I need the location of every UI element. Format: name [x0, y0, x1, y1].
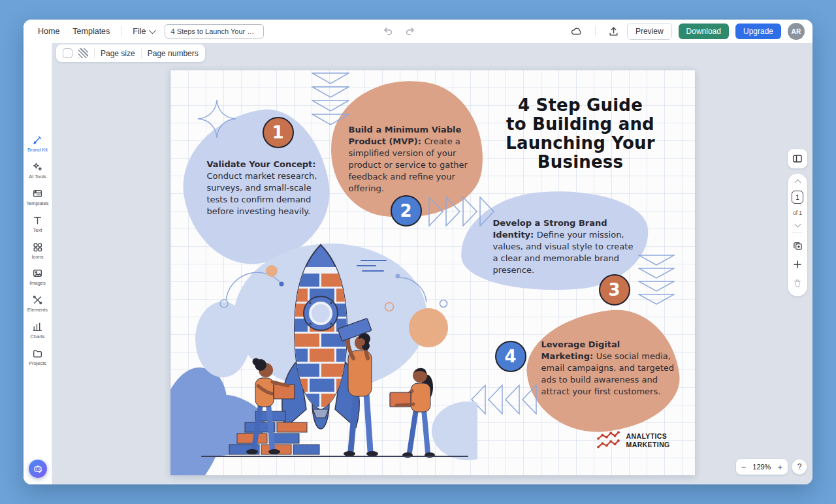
zoom-out-button[interactable]: − [741, 462, 747, 472]
zoom-level[interactable]: 129% [752, 463, 771, 471]
sidebar-item-label: Elements [27, 307, 48, 313]
sidebar-item-label: Projects [29, 361, 46, 366]
sidebar-item-projects[interactable]: Projects [24, 344, 52, 371]
sidebar-item-label: Icons [32, 255, 44, 260]
file-menu[interactable]: File [127, 27, 159, 36]
image-icon [32, 268, 43, 279]
page-navigation: 1 of 1 [788, 174, 807, 296]
help-button[interactable]: ? [792, 459, 807, 475]
templates-icon [32, 188, 43, 199]
bar-chart-icon [32, 321, 43, 332]
triangle-group-top [312, 72, 349, 125]
undo-button[interactable] [381, 25, 394, 38]
infographic-title[interactable]: 4 Step Guide to Building and Launching Y… [463, 96, 695, 172]
ai-assistant-button[interactable] [29, 460, 47, 478]
sidebar-item-label: Templates [26, 201, 48, 206]
panel-toggle-button[interactable] [788, 149, 807, 168]
sidebar-item-label: Brand Kit [27, 148, 48, 153]
folder-icon [32, 348, 43, 359]
triangle-group-step3 [638, 255, 675, 305]
step-4-badge[interactable]: 4 [495, 341, 526, 372]
step-4-text[interactable]: Leverage Digital Marketing: Use social m… [541, 339, 675, 398]
sidebar-item-elements[interactable]: Elements [24, 291, 52, 317]
divider [121, 26, 122, 37]
shapes-icon [32, 242, 43, 253]
sidebar-item-templates[interactable]: Templates [24, 184, 52, 211]
divider [94, 48, 95, 58]
title-line: Business [463, 153, 695, 172]
page-of-label: of 1 [793, 210, 802, 216]
nav-home[interactable]: Home [31, 27, 66, 36]
context-toolbar: Page size Page numbers [56, 44, 205, 62]
triangle-group-step2 [428, 197, 494, 227]
sparkles-icon [32, 161, 43, 172]
share-upload-button[interactable] [607, 25, 620, 38]
nav-templates[interactable]: Templates [66, 27, 116, 36]
text-icon [32, 215, 43, 226]
sidebar-item-text[interactable]: Text [24, 211, 52, 238]
step-body: Conduct market research, surveys, and sm… [207, 171, 317, 216]
page-numbers-button[interactable]: Page numbers [148, 49, 199, 58]
sidebar-item-label: Text [33, 228, 42, 233]
app-window: Home Templates File [24, 20, 812, 484]
preview-button[interactable]: Preview [627, 23, 672, 40]
background-checkbox[interactable] [63, 48, 72, 58]
page-down-button[interactable] [794, 221, 801, 228]
sparkle-shape [197, 99, 237, 142]
upgrade-button[interactable]: Upgrade [735, 24, 781, 39]
title-line: 4 Step Guide [463, 96, 695, 115]
left-sidebar: Brand Kit AI Tools Templates Text [24, 43, 52, 484]
redo-button[interactable] [404, 25, 417, 38]
zoom-in-button[interactable]: + [777, 462, 782, 472]
topbar: Home Templates File [24, 20, 812, 43]
elements-icon [32, 294, 43, 306]
divider [595, 26, 596, 37]
step-1-badge[interactable]: 1 [263, 117, 294, 148]
zoom-controls: − 129% + [736, 459, 788, 475]
sidebar-item-ai-tools[interactable]: AI Tools [24, 157, 52, 184]
sidebar-item-brand-kit[interactable]: Brand Kit [24, 131, 52, 157]
delete-page-button[interactable] [791, 277, 804, 290]
chevron-down-icon [149, 27, 156, 34]
triangle-group-step4 [471, 385, 537, 415]
sidebar-item-label: Charts [30, 334, 44, 339]
sidebar-item-images[interactable]: Images [24, 264, 52, 291]
analytics-marketing-logo[interactable]: ANALYTICS MARKETING [596, 430, 670, 451]
avatar[interactable]: AR [788, 23, 805, 40]
editor-area: Page size Page numbers [52, 43, 812, 484]
rocket-builders-illustration[interactable] [190, 238, 477, 464]
step-2-badge[interactable]: 2 [391, 195, 422, 227]
logo-zigzag-icon [596, 430, 621, 451]
pattern-swatch[interactable] [78, 48, 88, 58]
step-3-text[interactable]: Develop a Strong Brand Identity: Define … [493, 217, 637, 276]
step-1-text[interactable]: Validate Your Concept: Conduct market re… [207, 159, 319, 217]
brand-kit-icon [32, 134, 43, 146]
design-canvas[interactable]: 4 Step Guide to Building and Launching Y… [170, 70, 695, 475]
add-page-button[interactable] [791, 258, 804, 271]
logo-line: ANALYTICS [626, 432, 670, 441]
page-up-button[interactable] [794, 180, 801, 186]
robot-pencil-icon [33, 464, 43, 474]
step-2-text[interactable]: Build a Minimum Viable Product (MVP): Cr… [349, 124, 477, 195]
builder-right [390, 368, 435, 458]
duplicate-page-button[interactable] [791, 239, 804, 252]
download-button[interactable]: Download [679, 24, 729, 39]
step-heading: Validate Your Concept: [207, 159, 316, 169]
file-menu-label: File [133, 27, 146, 36]
divider [141, 48, 142, 58]
title-line: Launching Your [463, 134, 695, 153]
step-3-badge[interactable]: 3 [599, 274, 630, 306]
logo-line: MARKETING [626, 441, 670, 449]
sidebar-item-charts[interactable]: Charts [24, 317, 52, 344]
sidebar-item-label: Images [29, 281, 46, 286]
sidebar-item-label: AI Tools [29, 174, 46, 180]
doc-title-input[interactable] [165, 24, 264, 39]
cloud-sync-icon[interactable] [570, 25, 583, 38]
page-indicator[interactable]: 1 [792, 191, 803, 204]
title-line: to Building and [463, 115, 695, 134]
divider [792, 232, 803, 233]
page-size-button[interactable]: Page size [101, 49, 135, 58]
sidebar-item-icons[interactable]: Icons [24, 238, 52, 264]
